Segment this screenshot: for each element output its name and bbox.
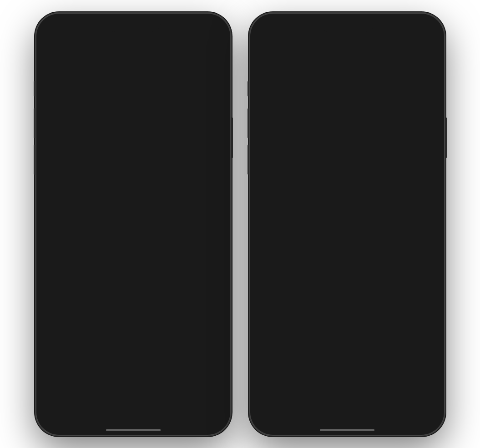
camera-model: Apple iPhone 13 Pro [51, 302, 114, 309]
results-panel: Results ✕ Siri Knowledge Show More [256, 187, 439, 429]
volume-down-button [34, 145, 35, 175]
fuchsia-desc: Fuchsia is a genus of flowering plants t… [300, 239, 417, 264]
similar-image-4[interactable] [390, 351, 431, 387]
share-button[interactable] [61, 387, 81, 407]
caption-section[interactable]: Add a Caption [42, 215, 225, 237]
siri-knowledge-title: Siri Knowledge [263, 209, 328, 220]
cloud-icon: ☁ [51, 281, 57, 288]
camera-badges: JPEG ⊙ [180, 300, 215, 311]
favorite-button[interactable] [102, 387, 122, 407]
similar-image-1[interactable] [263, 351, 304, 387]
similar-image-3[interactable] [348, 351, 389, 387]
look-up-icon [51, 242, 67, 259]
left-phone: Add a Caption Look Up – Plant › Mon [35, 13, 231, 436]
filename-row: ☁ IMG_4241 [51, 281, 216, 288]
visual-search-button[interactable] [333, 89, 362, 118]
heart-icon [107, 391, 118, 402]
info-notification-badge: i [155, 389, 160, 394]
camera-settings-icon: ⊙ [205, 300, 216, 311]
mute-button-right [248, 81, 249, 96]
hardy-fuchsia-info: Hardy fuchsia Fuchsia magellanica, commo… [300, 282, 417, 325]
camera-row1: Apple iPhone 13 Pro JPEG ⊙ [51, 300, 216, 311]
fuchsia-chevron: › [423, 247, 425, 254]
page-dot-indicator-right [427, 179, 429, 182]
similar-images-grid [263, 351, 431, 387]
volume-up-button-right [248, 108, 249, 138]
info-button[interactable]: i [144, 387, 164, 407]
jpeg-badge: JPEG [180, 301, 201, 310]
fuchsia-name: Fuchsia [300, 230, 417, 238]
close-icon: ✕ [422, 194, 427, 201]
exif-row: ISO 50 26 mm 0 ev ƒ1.5 1/181 s [51, 335, 216, 346]
mute-button [34, 81, 35, 96]
photo-metadata: Monday • May 30, 2022 • 9:23 AM Adjust ☁… [42, 265, 225, 295]
exif-ev: 0 ev [117, 335, 150, 346]
results-body: Siri Knowledge Show More Fuchsia Fuchsia… [256, 207, 439, 387]
exif-shutter: 1/181 s [183, 335, 216, 346]
meta-date-row: Monday • May 30, 2022 • 9:23 AM Adjust [51, 271, 216, 279]
results-header: Results ✕ [256, 187, 439, 207]
hardy-fuchsia-name: Hardy fuchsia [300, 282, 417, 291]
camera-wide-info: Wide Camera — 26 mm ƒ1.5 [51, 315, 216, 322]
photo-display-right[interactable] [256, 19, 439, 187]
visual-search-leaf-icon [340, 96, 354, 110]
look-up-bold: Look Up – [73, 247, 108, 254]
volume-up-button [34, 108, 35, 138]
power-button [231, 117, 233, 158]
flower-photo-background [42, 19, 225, 215]
knowledge-item-hardy-fuchsia[interactable]: Hardy fuchsia Fuchsia magellanica, commo… [263, 277, 431, 330]
look-up-regular: Plant [108, 247, 128, 254]
look-up-chevron: › [213, 247, 216, 254]
show-more-button[interactable]: Show More [397, 211, 431, 218]
page-dot-indicator [132, 205, 135, 207]
leaf-small-icon [55, 247, 63, 255]
left-content-area: Add a Caption Look Up – Plant › Mon [42, 215, 225, 406]
share-icon [66, 391, 77, 402]
svg-point-3 [156, 395, 157, 396]
right-phone: Results ✕ Siri Knowledge Show More [249, 13, 445, 436]
camera-info-section: Apple iPhone 13 Pro JPEG ⊙ Wide Camera —… [42, 295, 225, 352]
hardy-fuchsia-source: Wikipedia [300, 318, 417, 325]
drag-handle[interactable] [339, 190, 355, 192]
fuchsia-source: Wikipedia [300, 265, 417, 272]
similar-web-title: Similar Web Images [263, 336, 431, 346]
camera-mp: 12 MP • 3024 × 4032 • 3.5 MB [51, 324, 131, 331]
knowledge-item-fuchsia[interactable]: Fuchsia Fuchsia is a genus of flowering … [263, 224, 431, 277]
bottom-toolbar: i [42, 382, 225, 420]
delete-button[interactable] [185, 387, 205, 407]
right-phone-screen: Results ✕ Siri Knowledge Show More [256, 19, 439, 429]
hardy-fuchsia-desc: Fuchsia magellanica, commonly known as t… [300, 292, 417, 317]
similar-image-2[interactable] [305, 351, 346, 387]
info-icon-wrapper: i [148, 390, 159, 403]
trash-icon [189, 391, 200, 402]
siri-knowledge-header: Siri Knowledge Show More [263, 209, 431, 220]
filename-text: IMG_4241 [60, 281, 89, 288]
look-up-label: Look Up – Plant [73, 247, 128, 255]
adjust-button[interactable]: Adjust [197, 271, 216, 279]
fuchsia-info: Fuchsia Fuchsia is a genus of flowering … [300, 230, 417, 272]
caption-placeholder-text[interactable]: Add a Caption [51, 221, 100, 230]
look-up-row[interactable]: Look Up – Plant › [42, 237, 225, 265]
vibrant-badge: VIBRANT [186, 323, 216, 332]
left-phone-screen: Add a Caption Look Up – Plant › Mon [42, 19, 225, 429]
results-title: Results [333, 193, 361, 202]
close-button[interactable]: ✕ [418, 191, 431, 204]
camera-specs-row: 12 MP • 3024 × 4032 • 3.5 MB VIBRANT [51, 323, 216, 332]
photo-display-left[interactable] [42, 19, 225, 215]
hardy-fuchsia-thumbnail [269, 291, 295, 316]
exif-aperture: ƒ1.5 [150, 335, 183, 346]
similar-web-section: Similar Web Images [263, 336, 431, 387]
volume-down-button-right [248, 145, 249, 175]
fuchsia-thumbnail [269, 238, 295, 263]
siri-knowledge-card: Fuchsia Fuchsia is a genus of flowering … [263, 224, 431, 330]
exif-mm: 26 mm [84, 335, 117, 346]
power-button-right [445, 117, 447, 158]
photo-date: Monday • May 30, 2022 • 9:23 AM [51, 271, 154, 279]
exif-iso: ISO 50 [51, 335, 84, 346]
hardy-fuchsia-chevron: › [423, 300, 425, 307]
